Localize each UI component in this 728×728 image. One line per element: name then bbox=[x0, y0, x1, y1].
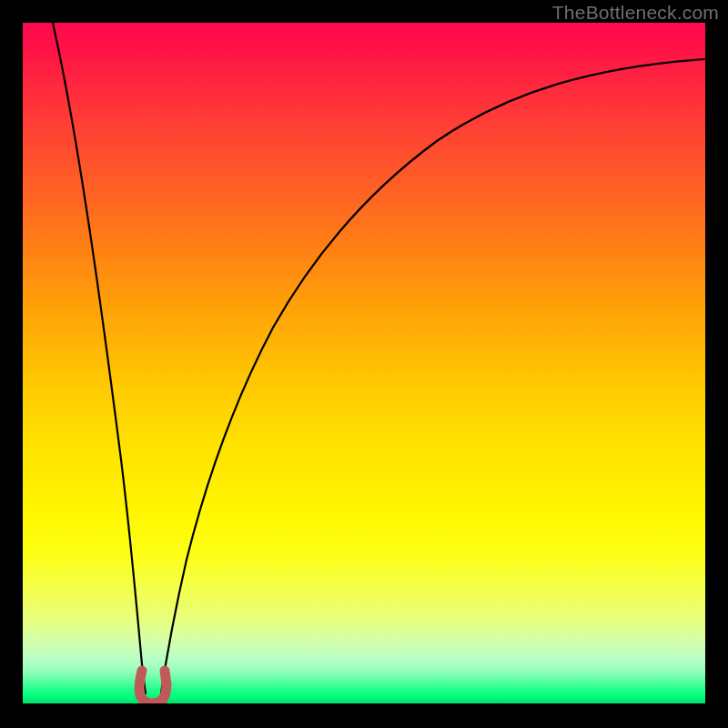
sweet-spot-marker bbox=[139, 671, 167, 703]
chart-frame: TheBottleneck.com bbox=[0, 0, 728, 728]
curve-overlay bbox=[23, 23, 705, 703]
watermark-text: TheBottleneck.com bbox=[552, 2, 719, 24]
plot-area bbox=[23, 23, 705, 703]
curve-left-branch bbox=[53, 23, 146, 693]
curve-right-branch bbox=[161, 59, 705, 693]
